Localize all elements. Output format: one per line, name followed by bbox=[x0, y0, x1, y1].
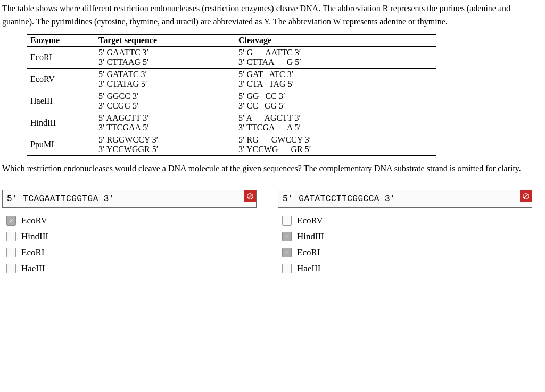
options-list: EcoRVHindIIIEcoRIHaeIII bbox=[2, 215, 257, 274]
option-row[interactable]: HaeIII bbox=[282, 263, 532, 274]
cleavage-cell: 5′ GG CC 3′3′ CC GG 5′ bbox=[235, 90, 436, 112]
question-text: Which restriction endonucleases would cl… bbox=[2, 162, 541, 175]
option-row[interactable]: EcoRV bbox=[282, 215, 532, 226]
cleavage-cell: 5′ RG GWCCY 3′3′ YCCWG GR 5′ bbox=[235, 134, 436, 155]
checkbox[interactable] bbox=[282, 232, 292, 241]
checkbox[interactable] bbox=[282, 264, 292, 273]
enzyme-table: Enzyme Target sequence Cleavage EcoRI5′ … bbox=[27, 34, 436, 156]
checkbox[interactable] bbox=[6, 232, 16, 241]
option-label: EcoRV bbox=[21, 215, 47, 226]
table-row: HindIII5′ AAGCTT 3′3′ TTCGAA 5′5′ A AGCT… bbox=[27, 112, 436, 134]
option-row[interactable]: EcoRV bbox=[6, 215, 257, 226]
options-list: EcoRVHindIIIEcoRIHaeIII bbox=[278, 215, 532, 274]
target-cell: 5′ RGGWCCY 3′3′ YCCWGGR 5′ bbox=[95, 134, 235, 155]
option-label: EcoRI bbox=[21, 247, 44, 258]
incorrect-icon bbox=[244, 190, 256, 202]
option-row[interactable]: EcoRI bbox=[6, 247, 257, 258]
checkbox[interactable] bbox=[6, 248, 16, 257]
sequence-box: 5′ GATATCCTTCGGCCA 3′ bbox=[278, 190, 532, 208]
option-label: HindIII bbox=[21, 231, 48, 242]
intro-text: The table shows where different restrict… bbox=[2, 2, 541, 29]
checkbox[interactable] bbox=[282, 248, 292, 257]
option-row[interactable]: HaeIII bbox=[6, 263, 257, 274]
table-row: PpuMI5′ RGGWCCY 3′3′ YCCWGGR 5′5′ RG GWC… bbox=[27, 134, 436, 155]
option-label: HindIII bbox=[297, 231, 324, 242]
table-row: HaeIII5′ GGCC 3′3′ CCGG 5′5′ GG CC 3′3′ … bbox=[27, 90, 436, 112]
th-target: Target sequence bbox=[95, 34, 235, 46]
target-cell: 5′ AAGCTT 3′3′ TTCGAA 5′ bbox=[95, 112, 235, 134]
target-cell: 5′ GGCC 3′3′ CCGG 5′ bbox=[95, 90, 235, 112]
sequence-box: 5′ TCAGAATTCGGTGA 3′ bbox=[2, 190, 257, 208]
th-cleavage: Cleavage bbox=[235, 34, 436, 46]
target-cell: 5′ GAATTC 3′3′ CTTAAG 5′ bbox=[95, 46, 235, 68]
option-row[interactable]: HindIII bbox=[282, 231, 532, 242]
enzyme-cell: PpuMI bbox=[27, 134, 95, 155]
option-row[interactable]: HindIII bbox=[6, 231, 257, 242]
option-label: EcoRV bbox=[297, 215, 323, 226]
option-label: HaeIII bbox=[21, 263, 45, 274]
option-row[interactable]: EcoRI bbox=[282, 247, 532, 258]
target-cell: 5′ GATATC 3′3′ CTATAG 5′ bbox=[95, 68, 235, 90]
checkbox[interactable] bbox=[6, 264, 16, 273]
cleavage-cell: 5′ G AATTC 3′3′ CTTAA G 5′ bbox=[235, 46, 436, 68]
table-row: EcoRI5′ GAATTC 3′3′ CTTAAG 5′5′ G AATTC … bbox=[27, 46, 436, 68]
answer-column: 5′ GATATCCTTCGGCCA 3′EcoRVHindIIIEcoRIHa… bbox=[278, 190, 532, 279]
incorrect-icon bbox=[520, 190, 532, 202]
cleavage-cell: 5′ A AGCTT 3′3′ TTCGA A 5′ bbox=[235, 112, 436, 134]
cleavage-cell: 5′ GAT ATC 3′3′ CTA TAG 5′ bbox=[235, 68, 436, 90]
enzyme-cell: HindIII bbox=[27, 112, 95, 134]
enzyme-cell: EcoRI bbox=[27, 46, 95, 68]
table-row: EcoRV5′ GATATC 3′3′ CTATAG 5′5′ GAT ATC … bbox=[27, 68, 436, 90]
answer-column: 5′ TCAGAATTCGGTGA 3′EcoRVHindIIIEcoRIHae… bbox=[2, 190, 257, 279]
enzyme-cell: HaeIII bbox=[27, 90, 95, 112]
checkbox[interactable] bbox=[282, 216, 292, 226]
th-enzyme: Enzyme bbox=[27, 34, 95, 46]
enzyme-cell: EcoRV bbox=[27, 68, 95, 90]
option-label: EcoRI bbox=[297, 247, 320, 258]
checkbox[interactable] bbox=[6, 216, 16, 226]
option-label: HaeIII bbox=[297, 263, 320, 274]
